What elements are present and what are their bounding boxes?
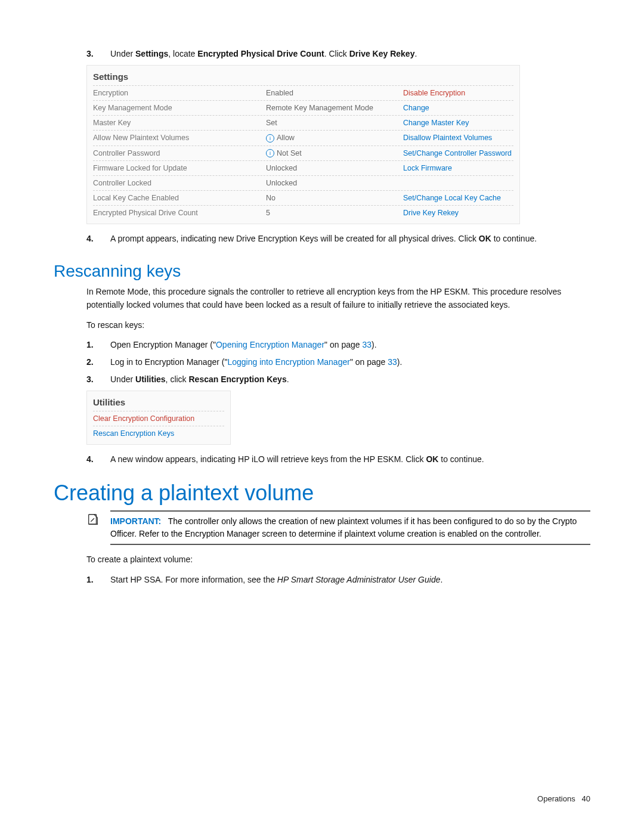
note-icon bbox=[86, 510, 110, 545]
setting-value: Remote Key Management Mode bbox=[266, 104, 403, 112]
utilities-panel: Utilities Clear Encryption Configuration… bbox=[86, 391, 231, 445]
info-icon: i bbox=[266, 134, 274, 143]
lead-text: To create a plaintext volume: bbox=[86, 553, 590, 566]
setting-action-link[interactable]: Drive Key Rekey bbox=[403, 209, 459, 217]
setting-action-link[interactable]: Lock Firmware bbox=[403, 164, 452, 172]
step-number: 3. bbox=[86, 373, 94, 386]
create-step-1: 1. Start HP SSA. For more information, s… bbox=[54, 574, 590, 586]
settings-row: Master KeySetChange Master Key bbox=[93, 115, 513, 130]
important-body: IMPORTANT: The controller only allows th… bbox=[110, 510, 590, 545]
settings-row: Controller PasswordiNot SetSet/Change Co… bbox=[93, 145, 513, 161]
settings-row: Firmware Locked for UpdateUnlockedLock F… bbox=[93, 160, 513, 175]
setting-value: Enabled bbox=[266, 89, 403, 97]
step-text: Open Encryption Manager ("Opening Encryp… bbox=[110, 339, 590, 351]
setting-action-link[interactable]: Change Master Key bbox=[403, 119, 469, 127]
step-number: 2. bbox=[86, 356, 94, 368]
step-number: 3. bbox=[86, 48, 94, 60]
utility-action-link[interactable]: Clear Encryption Configuration bbox=[93, 411, 224, 426]
utility-action-link[interactable]: Rescan Encryption Keys bbox=[93, 426, 224, 441]
step-text: A prompt appears, indicating new Drive E… bbox=[110, 233, 590, 245]
setting-value: iNot Set bbox=[266, 149, 403, 158]
setting-value: Set bbox=[266, 119, 403, 127]
settings-row: Controller LockedUnlocked bbox=[93, 175, 513, 190]
step-number: 4. bbox=[86, 453, 94, 466]
settings-row: EncryptionEnabledDisable Encryption bbox=[93, 85, 513, 100]
setting-name: Encrypted Physical Drive Count bbox=[93, 209, 266, 217]
settings-row: Allow New Plaintext VolumesiAllowDisallo… bbox=[93, 130, 513, 145]
step-number: 1. bbox=[86, 574, 94, 586]
settings-row: Key Management ModeRemote Key Management… bbox=[93, 100, 513, 115]
step-text: Under Settings, locate Encrypted Physica… bbox=[110, 48, 590, 60]
important-callout: IMPORTANT: The controller only allows th… bbox=[86, 510, 590, 545]
setting-value: Unlocked bbox=[266, 179, 403, 187]
step-number: 4. bbox=[86, 233, 94, 245]
step-4: 4. A prompt appears, indicating new Driv… bbox=[54, 233, 590, 245]
rescan-step-3: 3. Under Utilities, click Rescan Encrypt… bbox=[54, 373, 590, 386]
setting-name: Local Key Cache Enabled bbox=[93, 194, 266, 202]
setting-action-link[interactable]: Disable Encryption bbox=[403, 89, 465, 97]
setting-name: Allow New Plaintext Volumes bbox=[93, 134, 266, 143]
utilities-title: Utilities bbox=[93, 394, 224, 411]
step-text: Under Utilities, click Rescan Encryption… bbox=[110, 373, 590, 386]
info-icon: i bbox=[266, 149, 274, 157]
rescan-step-4: 4. A new window appears, indicating HP i… bbox=[54, 453, 590, 466]
setting-action-link[interactable]: Disallow Plaintext Volumes bbox=[403, 134, 492, 143]
setting-value: No bbox=[266, 194, 403, 202]
paragraph: In Remote Mode, this procedure signals t… bbox=[86, 286, 590, 311]
important-label: IMPORTANT: bbox=[110, 516, 161, 526]
setting-value: Unlocked bbox=[266, 164, 403, 172]
settings-row: Local Key Cache EnabledNoSet/Change Loca… bbox=[93, 190, 513, 205]
setting-name: Controller Password bbox=[93, 149, 266, 158]
link-page-ref[interactable]: 33 bbox=[362, 340, 371, 349]
settings-title: Settings bbox=[93, 68, 513, 85]
page-footer: Operations 40 bbox=[537, 794, 590, 803]
link-logging-into-encryption-manager[interactable]: Logging into Encryption Manager bbox=[227, 357, 349, 367]
settings-panel: Settings EncryptionEnabledDisable Encryp… bbox=[86, 65, 520, 224]
step-text: A new window appears, indicating HP iLO … bbox=[110, 453, 590, 466]
setting-name: Key Management Mode bbox=[93, 104, 266, 112]
rescan-step-2: 2. Log in to Encryption Manager ("Loggin… bbox=[54, 356, 590, 368]
setting-value: 5 bbox=[266, 209, 403, 217]
important-text: The controller only allows the creation … bbox=[110, 516, 577, 538]
setting-name: Master Key bbox=[93, 119, 266, 127]
lead-text: To rescan keys: bbox=[86, 319, 590, 332]
link-opening-encryption-manager[interactable]: Opening Encryption Manager bbox=[216, 340, 324, 349]
settings-row: Encrypted Physical Drive Count5Drive Key… bbox=[93, 205, 513, 220]
step-number: 1. bbox=[86, 339, 94, 351]
setting-action-link[interactable]: Change bbox=[403, 104, 429, 112]
setting-value: iAllow bbox=[266, 134, 403, 143]
rescan-step-1: 1. Open Encryption Manager ("Opening Enc… bbox=[54, 339, 590, 351]
heading-creating-plaintext-volume: Creating a plaintext volume bbox=[54, 481, 590, 506]
setting-name: Firmware Locked for Update bbox=[93, 164, 266, 172]
setting-action-link[interactable]: Set/Change Local Key Cache bbox=[403, 194, 501, 202]
heading-rescanning-keys: Rescanning keys bbox=[54, 262, 590, 281]
setting-action-link[interactable]: Set/Change Controller Password bbox=[403, 149, 512, 158]
document-page: 3. Under Settings, locate Encrypted Phys… bbox=[0, 0, 644, 833]
setting-name: Controller Locked bbox=[93, 179, 266, 187]
step-3: 3. Under Settings, locate Encrypted Phys… bbox=[54, 48, 590, 60]
setting-name: Encryption bbox=[93, 89, 266, 97]
step-text: Start HP SSA. For more information, see … bbox=[110, 574, 590, 586]
link-page-ref[interactable]: 33 bbox=[388, 357, 397, 367]
step-text: Log in to Encryption Manager ("Logging i… bbox=[110, 356, 590, 368]
